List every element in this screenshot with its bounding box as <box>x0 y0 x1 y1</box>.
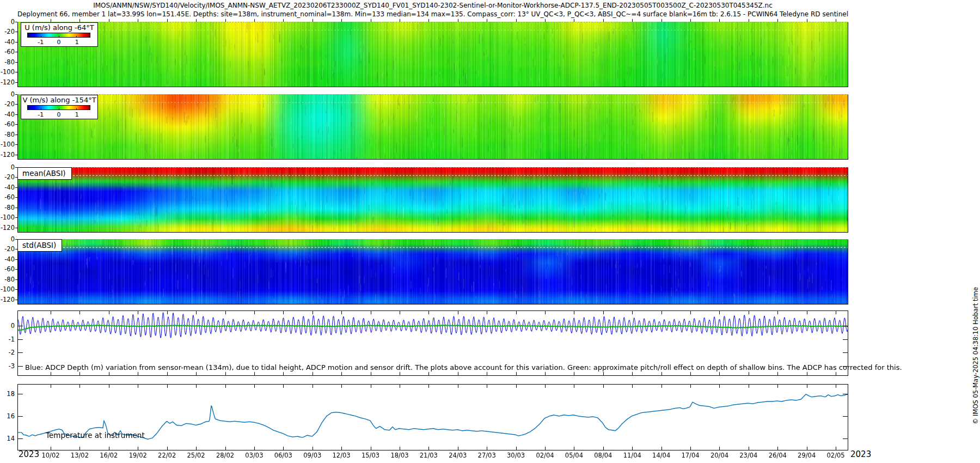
x-axis-year-right: 2023 <box>850 449 871 459</box>
panel-mean-absi: mean(ABSI) <box>17 167 848 233</box>
mean-absi-label: mean(ABSI) <box>17 167 72 180</box>
x-tick-label: 09/03 <box>298 452 327 459</box>
colorbar-tick-label: 1 <box>70 39 83 46</box>
y-tick-label: -60 <box>0 48 15 56</box>
copyright-vertical-text: © IMOS 05-May-2025 04:38:10 Hobart time <box>972 258 979 454</box>
x-tick-mark-top <box>225 19 226 22</box>
y-tick-label: -80 <box>0 131 15 138</box>
x-tick-label: 05/04 <box>559 452 589 459</box>
x-tick-label: 02/05 <box>821 452 850 459</box>
x-tick-mark-top <box>777 19 778 22</box>
x-tick-label: 29/04 <box>792 452 822 459</box>
x-tick-mark-top <box>516 19 517 22</box>
y-tick-label: 0 <box>0 18 15 26</box>
y-tick-label: -20 <box>0 173 15 181</box>
panel-u-velocity: U (m/s) along -64°T -101 <box>17 22 848 87</box>
colorbar-tick-label: 0 <box>52 111 65 118</box>
y-tick-mark <box>15 289 17 290</box>
x-tick-label: 16/02 <box>94 452 124 459</box>
y-tick-label: -120 <box>0 78 15 86</box>
x-tick-label: 08/04 <box>589 452 618 459</box>
x-tick-label: 18/03 <box>385 452 414 459</box>
x-tick-label: 28/02 <box>211 452 240 459</box>
y-tick-label: -40 <box>0 38 15 46</box>
x-tick-label: 14/04 <box>647 452 676 459</box>
colorbar-tick-label: -1 <box>34 111 47 118</box>
x-tick-mark-top <box>341 19 342 22</box>
y-tick-label: 0 <box>0 163 15 171</box>
y-tick-label: -80 <box>0 58 15 66</box>
y-tick-label: -3 <box>0 362 15 370</box>
x-tick-label: 13/02 <box>65 452 94 459</box>
panel-temperature: Temperature at instrument <box>17 384 848 450</box>
y-tick-mark <box>15 124 17 125</box>
y-tick-label: -60 <box>0 265 15 273</box>
x-tick-label: 23/04 <box>734 452 763 459</box>
y-tick-label: -60 <box>0 193 15 201</box>
y-tick-label: -120 <box>0 151 15 159</box>
x-tick-label: 15/03 <box>356 452 385 459</box>
x-tick-label: 21/03 <box>414 452 443 459</box>
v-velocity-legend-title: V (m/s) along -154°T <box>21 96 97 104</box>
y-tick-mark <box>15 114 17 115</box>
y-tick-mark <box>15 269 17 270</box>
u-velocity-heatmap <box>17 22 848 87</box>
y-tick-mark <box>15 62 17 63</box>
colorbar-tick-label: 0 <box>52 39 65 46</box>
x-tick-mark-top <box>254 19 255 22</box>
y-tick-mark <box>15 217 17 218</box>
x-tick-mark-top <box>749 19 749 22</box>
x-tick-mark-top <box>400 19 400 22</box>
y-tick-label: 18 <box>0 390 15 398</box>
temperature-label: Temperature at instrument <box>46 431 145 440</box>
v-velocity-heatmap <box>17 94 848 160</box>
temperature-chart <box>17 384 848 450</box>
x-tick-mark-top <box>603 19 604 22</box>
y-tick-label: -60 <box>0 120 15 128</box>
x-tick-mark-top <box>661 19 662 22</box>
panel-v-velocity: V (m/s) along -154°T -101 <box>17 94 848 160</box>
x-tick-mark-top <box>428 19 429 22</box>
x-tick-mark-top <box>487 19 487 22</box>
y-tick-mark <box>15 104 17 105</box>
y-tick-mark <box>15 259 17 260</box>
y-tick-label: -80 <box>0 276 15 283</box>
std-absi-label: std(ABSI) <box>17 239 62 252</box>
y-tick-label: -20 <box>0 100 15 108</box>
x-tick-mark-top <box>109 19 109 22</box>
y-tick-mark <box>15 22 17 22</box>
mean-absi-heatmap <box>17 167 848 233</box>
x-tick-mark-top <box>138 19 138 22</box>
u-velocity-colorbar-labels: -101 <box>27 39 90 45</box>
y-tick-mark <box>15 208 17 208</box>
y-tick-label: -20 <box>0 245 15 253</box>
x-tick-mark-top <box>719 19 720 22</box>
y-tick-label: -40 <box>0 184 15 191</box>
y-tick-label: -40 <box>0 255 15 263</box>
x-tick-label: 02/04 <box>530 452 560 459</box>
x-tick-label: 10/02 <box>36 452 65 459</box>
y-tick-label: -100 <box>0 68 15 76</box>
u-velocity-legend: U (m/s) along -64°T -101 <box>21 22 98 47</box>
x-tick-label: 19/02 <box>123 452 152 459</box>
y-tick-mark <box>15 82 17 83</box>
x-tick-mark-top <box>807 19 807 22</box>
std-absi-heatmap <box>17 239 848 304</box>
y-tick-mark <box>15 135 17 135</box>
x-tick-mark-top <box>836 19 836 22</box>
x-tick-label: 22/02 <box>152 452 182 459</box>
figure-subtitle: Deployment 66, member 1 lat=33.99S lon=1… <box>17 10 848 18</box>
x-tick-label: 20/04 <box>705 452 734 459</box>
y-tick-label: 0 <box>0 90 15 98</box>
x-tick-mark-top <box>690 19 691 22</box>
x-tick-mark-top <box>371 19 371 22</box>
y-tick-label: -40 <box>0 111 15 118</box>
y-tick-label: -1 <box>0 336 15 343</box>
y-tick-mark <box>15 32 17 32</box>
depth-variation-annotation: Blue: ADCP Depth (m) variation from sens… <box>25 363 902 371</box>
figure-title: IMOS/ANMN/NSW/SYD140/Velocity/IMOS_ANMN-… <box>17 2 848 9</box>
x-tick-mark-top <box>545 19 546 22</box>
y-tick-label: -120 <box>0 224 15 232</box>
y-tick-label: -2 <box>0 349 15 356</box>
y-tick-mark <box>15 197 17 198</box>
